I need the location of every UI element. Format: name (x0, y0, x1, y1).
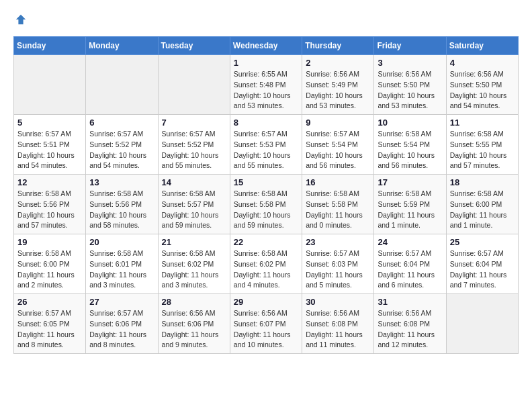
day-info: Sunrise: 6:56 AM Sunset: 6:08 PM Dayligh… (378, 308, 442, 351)
day-info: Sunrise: 6:58 AM Sunset: 6:02 PM Dayligh… (162, 248, 226, 291)
day-number: 10 (378, 118, 442, 128)
day-number: 25 (450, 237, 515, 247)
calendar-cell: 30Sunrise: 6:56 AM Sunset: 6:08 PM Dayli… (302, 294, 374, 354)
day-number: 21 (162, 237, 226, 247)
day-number: 3 (378, 58, 442, 68)
day-number: 11 (450, 118, 515, 128)
day-number: 8 (234, 118, 298, 128)
day-info: Sunrise: 6:57 AM Sunset: 5:52 PM Dayligh… (89, 129, 154, 171)
calendar-cell: 20Sunrise: 6:58 AM Sunset: 6:01 PM Dayli… (86, 234, 158, 294)
day-info: Sunrise: 6:57 AM Sunset: 6:04 PM Dayligh… (378, 248, 442, 291)
day-number: 6 (89, 118, 154, 128)
day-info: Sunrise: 6:56 AM Sunset: 5:49 PM Dayligh… (306, 69, 370, 111)
day-info: Sunrise: 6:58 AM Sunset: 5:56 PM Dayligh… (17, 189, 82, 231)
calendar-cell: 22Sunrise: 6:58 AM Sunset: 6:02 PM Dayli… (230, 234, 302, 294)
day-number: 14 (162, 177, 226, 187)
calendar-cell: 13Sunrise: 6:58 AM Sunset: 5:56 PM Dayli… (86, 175, 158, 234)
day-info: Sunrise: 6:58 AM Sunset: 6:01 PM Dayligh… (89, 248, 154, 291)
day-number: 4 (450, 58, 515, 68)
day-info: Sunrise: 6:57 AM Sunset: 6:03 PM Dayligh… (306, 248, 370, 291)
day-of-week-header: Saturday (446, 37, 518, 55)
day-info: Sunrise: 6:58 AM Sunset: 5:55 PM Dayligh… (450, 129, 515, 171)
calendar-cell: 23Sunrise: 6:57 AM Sunset: 6:03 PM Dayli… (302, 234, 374, 294)
calendar-cell: 31Sunrise: 6:56 AM Sunset: 6:08 PM Dayli… (374, 294, 446, 354)
calendar-week-row: 19Sunrise: 6:58 AM Sunset: 6:00 PM Dayli… (14, 234, 519, 294)
calendar-week-row: 5Sunrise: 6:57 AM Sunset: 5:51 PM Daylig… (14, 115, 519, 175)
day-number: 13 (89, 177, 154, 187)
calendar-cell: 12Sunrise: 6:58 AM Sunset: 5:56 PM Dayli… (14, 175, 86, 234)
day-info: Sunrise: 6:57 AM Sunset: 5:54 PM Dayligh… (306, 129, 370, 171)
day-number: 22 (234, 237, 298, 247)
logo (13, 13, 27, 26)
day-info: Sunrise: 6:56 AM Sunset: 6:08 PM Dayligh… (306, 308, 370, 351)
day-info: Sunrise: 6:57 AM Sunset: 5:53 PM Dayligh… (234, 129, 298, 171)
day-info: Sunrise: 6:57 AM Sunset: 6:06 PM Dayligh… (89, 308, 154, 351)
day-of-week-header: Friday (374, 37, 446, 55)
calendar-cell: 11Sunrise: 6:58 AM Sunset: 5:55 PM Dayli… (446, 115, 518, 175)
day-of-week-header: Monday (86, 37, 158, 55)
svg-marker-0 (16, 15, 26, 24)
day-info: Sunrise: 6:56 AM Sunset: 6:06 PM Dayligh… (162, 308, 226, 351)
day-number: 7 (162, 118, 226, 128)
calendar-cell: 3Sunrise: 6:56 AM Sunset: 5:50 PM Daylig… (374, 55, 446, 115)
calendar-cell (86, 55, 158, 115)
day-info: Sunrise: 6:56 AM Sunset: 5:50 PM Dayligh… (378, 69, 442, 111)
calendar-cell: 9Sunrise: 6:57 AM Sunset: 5:54 PM Daylig… (302, 115, 374, 175)
day-number: 19 (17, 237, 82, 247)
calendar-cell: 1Sunrise: 6:55 AM Sunset: 5:48 PM Daylig… (230, 55, 302, 115)
calendar-cell: 4Sunrise: 6:56 AM Sunset: 5:50 PM Daylig… (446, 55, 518, 115)
calendar-cell: 25Sunrise: 6:57 AM Sunset: 6:04 PM Dayli… (446, 234, 518, 294)
page-header (13, 13, 519, 26)
calendar-week-row: 26Sunrise: 6:57 AM Sunset: 6:05 PM Dayli… (14, 294, 519, 354)
day-number: 2 (306, 58, 370, 68)
calendar-cell: 2Sunrise: 6:56 AM Sunset: 5:49 PM Daylig… (302, 55, 374, 115)
day-number: 15 (234, 177, 298, 187)
calendar-cell (158, 55, 230, 115)
day-number: 16 (306, 177, 370, 187)
calendar-cell: 26Sunrise: 6:57 AM Sunset: 6:05 PM Dayli… (14, 294, 86, 354)
day-info: Sunrise: 6:58 AM Sunset: 5:57 PM Dayligh… (162, 189, 226, 231)
calendar-cell: 5Sunrise: 6:57 AM Sunset: 5:51 PM Daylig… (14, 115, 86, 175)
calendar-cell: 15Sunrise: 6:58 AM Sunset: 5:58 PM Dayli… (230, 175, 302, 234)
day-number: 30 (306, 297, 370, 307)
day-number: 26 (17, 297, 82, 307)
calendar-cell: 21Sunrise: 6:58 AM Sunset: 6:02 PM Dayli… (158, 234, 230, 294)
day-info: Sunrise: 6:58 AM Sunset: 6:02 PM Dayligh… (234, 248, 298, 291)
day-info: Sunrise: 6:58 AM Sunset: 5:54 PM Dayligh… (378, 129, 442, 171)
calendar-table: SundayMondayTuesdayWednesdayThursdayFrid… (13, 36, 519, 354)
day-number: 18 (450, 177, 515, 187)
calendar-header-row: SundayMondayTuesdayWednesdayThursdayFrid… (14, 37, 519, 55)
calendar-week-row: 12Sunrise: 6:58 AM Sunset: 5:56 PM Dayli… (14, 175, 519, 234)
day-of-week-header: Thursday (302, 37, 374, 55)
day-info: Sunrise: 6:55 AM Sunset: 5:48 PM Dayligh… (234, 69, 298, 111)
day-info: Sunrise: 6:58 AM Sunset: 5:59 PM Dayligh… (378, 189, 442, 231)
day-info: Sunrise: 6:56 AM Sunset: 5:50 PM Dayligh… (450, 69, 515, 111)
calendar-cell: 8Sunrise: 6:57 AM Sunset: 5:53 PM Daylig… (230, 115, 302, 175)
day-number: 12 (17, 177, 82, 187)
day-info: Sunrise: 6:58 AM Sunset: 5:58 PM Dayligh… (306, 189, 370, 231)
day-number: 23 (306, 237, 370, 247)
calendar-cell: 24Sunrise: 6:57 AM Sunset: 6:04 PM Dayli… (374, 234, 446, 294)
day-of-week-header: Wednesday (230, 37, 302, 55)
calendar-cell: 10Sunrise: 6:58 AM Sunset: 5:54 PM Dayli… (374, 115, 446, 175)
day-number: 5 (17, 118, 82, 128)
logo-icon (15, 13, 27, 26)
calendar-cell: 6Sunrise: 6:57 AM Sunset: 5:52 PM Daylig… (86, 115, 158, 175)
day-number: 29 (234, 297, 298, 307)
day-number: 27 (89, 297, 154, 307)
calendar-cell: 19Sunrise: 6:58 AM Sunset: 6:00 PM Dayli… (14, 234, 86, 294)
day-number: 31 (378, 297, 442, 307)
calendar-cell (14, 55, 86, 115)
calendar-cell: 14Sunrise: 6:58 AM Sunset: 5:57 PM Dayli… (158, 175, 230, 234)
calendar-cell (446, 294, 518, 354)
day-info: Sunrise: 6:56 AM Sunset: 6:07 PM Dayligh… (234, 308, 298, 351)
day-of-week-header: Tuesday (158, 37, 230, 55)
day-number: 17 (378, 177, 442, 187)
day-info: Sunrise: 6:57 AM Sunset: 6:05 PM Dayligh… (17, 308, 82, 351)
day-of-week-header: Sunday (14, 37, 86, 55)
day-number: 24 (378, 237, 442, 247)
calendar-cell: 17Sunrise: 6:58 AM Sunset: 5:59 PM Dayli… (374, 175, 446, 234)
calendar-cell: 16Sunrise: 6:58 AM Sunset: 5:58 PM Dayli… (302, 175, 374, 234)
day-number: 20 (89, 237, 154, 247)
day-number: 28 (162, 297, 226, 307)
